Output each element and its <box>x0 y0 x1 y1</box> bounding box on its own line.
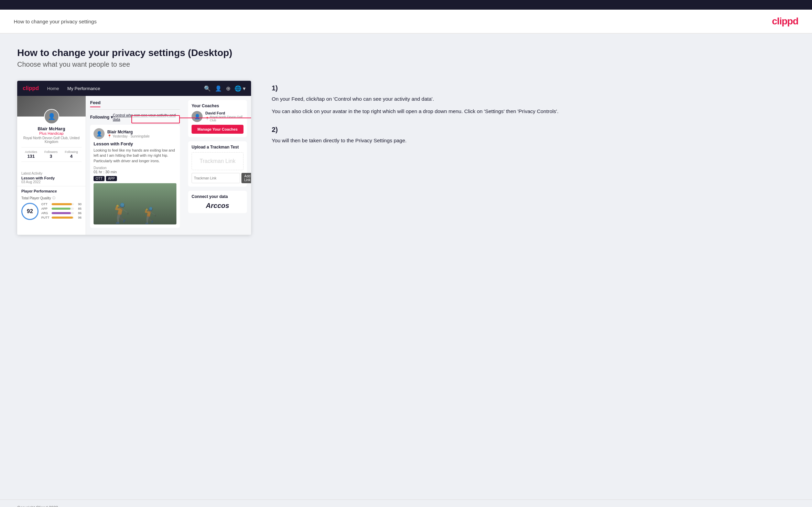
feed-tabs: Feed <box>90 100 180 110</box>
coach-avatar: 👤 <box>192 111 203 122</box>
app-body: 👤 Blair McHarg Plus Handicap Royal North… <box>17 96 251 235</box>
trackman-placeholder: Trackman Link <box>192 152 243 170</box>
header: How to change your privacy settings clip… <box>0 10 812 34</box>
connect-title: Connect your data <box>192 194 243 199</box>
person-icon[interactable]: 👤 <box>215 85 222 92</box>
profile-avatar: 👤 <box>44 109 59 124</box>
activity-card: 👤 Blair McHarg 📍 Yesterday · Sunningdale… <box>90 125 180 228</box>
header-title: How to change your privacy settings <box>14 19 97 24</box>
activity-user-avatar: 👤 <box>94 128 105 139</box>
profile-cover: 👤 <box>17 96 86 117</box>
activity-user-info: Blair McHarg 📍 Yesterday · Sunningdale <box>107 130 150 138</box>
coach-club: 📍 Royal North Devon Golf Club <box>205 115 243 122</box>
settings-icon[interactable]: ⊕ <box>226 85 230 92</box>
instruction-1: 1) On your Feed, click/tap on 'Control w… <box>272 84 795 115</box>
page-subheading: Choose what you want people to see <box>17 60 795 68</box>
app-nav: clippd Home My Performance 🔍 👤 ⊕ 🌐 ▾ <box>17 81 251 96</box>
instructions-panel: 1) On your Feed, click/tap on 'Control w… <box>265 81 795 155</box>
instruction-1-number: 1) <box>272 84 795 92</box>
tpq-bars: OTT 90 APP 85 ARG <box>41 202 82 220</box>
info-icon: ⓘ <box>52 196 55 200</box>
following-button[interactable]: Following ▾ <box>90 115 113 120</box>
profile-stats: Activities 131 Followers 3 Following 4 <box>21 147 82 162</box>
activity-meta: 📍 Yesterday · Sunningdale <box>107 134 150 138</box>
instruction-2-text: You will then be taken directly to the P… <box>272 136 795 145</box>
bar-arg: ARG 86 <box>41 211 82 215</box>
feed-tab[interactable]: Feed <box>90 100 100 107</box>
trackman-title: Upload a Trackman Test <box>192 145 243 150</box>
coach-item: 👤 David Ford 📍 Royal North Devon Golf Cl… <box>192 111 243 122</box>
activity-title: Lesson with Fordy <box>94 141 176 146</box>
feed-area: Feed Following ▾ Control who can see you… <box>86 96 184 235</box>
right-sidebar: Your Coaches 👤 David Ford 📍 Royal North … <box>184 96 251 235</box>
nav-link-performance[interactable]: My Performance <box>67 86 100 91</box>
coach-info: David Ford 📍 Royal North Devon Golf Club <box>205 111 243 122</box>
bar-putt: PUTT 96 <box>41 216 82 219</box>
arccos-logo: Arccos <box>192 202 243 210</box>
clippd-logo: clippd <box>772 16 798 27</box>
activity-header: 👤 Blair McHarg 📍 Yesterday · Sunningdale <box>94 128 176 139</box>
profile-info: Blair McHarg Plus Handicap Royal North D… <box>17 117 86 169</box>
control-privacy-link[interactable]: Control who can see your activity and da… <box>113 113 180 121</box>
instruction-1-extra: You can also click on your avatar in the… <box>272 107 795 115</box>
instruction-2: 2) You will then be taken directly to th… <box>272 126 795 145</box>
manage-coaches-button[interactable]: Manage Your Coaches <box>192 125 243 134</box>
trackman-input[interactable] <box>192 173 240 183</box>
profile-handicap: Plus Handicap <box>21 131 82 135</box>
instruction-2-number: 2) <box>272 126 795 134</box>
profile-sidebar: 👤 Blair McHarg Plus Handicap Royal North… <box>17 96 86 235</box>
coaches-card: Your Coaches 👤 David Ford 📍 Royal North … <box>188 100 247 137</box>
bar-app: APP 85 <box>41 207 82 210</box>
main-content: How to change your privacy settings (Des… <box>0 34 812 499</box>
activity-description: Looking to feel like my hands are exitin… <box>94 148 176 164</box>
stat-following: Following 4 <box>65 150 78 159</box>
avatar-icon[interactable]: 🌐 ▾ <box>235 85 246 92</box>
activity-tags: OTT APP <box>94 176 176 181</box>
profile-club: Royal North Devon Golf Club, United King… <box>21 136 82 144</box>
bar-ott: OTT 90 <box>41 202 82 206</box>
trackman-input-row: Add Link <box>192 173 243 183</box>
activity-duration: Duration 01 hr : 30 min <box>94 166 176 174</box>
activity-image: 🏌️ 🏌️ <box>94 183 176 224</box>
page-heading: How to change your privacy settings (Des… <box>17 47 795 58</box>
tpq-circle: 92 <box>21 203 39 220</box>
player-performance: Player Performance Total Player Quality … <box>17 186 86 223</box>
profile-name: Blair McHarg <box>21 126 82 131</box>
trackman-card: Upload a Trackman Test Trackman Link Add… <box>188 141 247 187</box>
tpq-label: Total Player Quality ⓘ <box>21 196 82 200</box>
following-bar: Following ▾ Control who can see your act… <box>90 113 180 121</box>
latest-activity: Latest Activity Lesson with Fordy 03 Aug… <box>17 169 86 186</box>
app-nav-icons: 🔍 👤 ⊕ 🌐 ▾ <box>204 85 246 92</box>
app-nav-logo: clippd <box>23 85 39 91</box>
footer: Copyright Clippd 2022 <box>0 499 812 507</box>
golfer-silhouette-2: 🏌️ <box>141 206 160 224</box>
content-row: clippd Home My Performance 🔍 👤 ⊕ 🌐 ▾ 👤 <box>17 81 795 235</box>
location-icon: 📍 <box>205 117 209 120</box>
top-bar <box>0 0 812 10</box>
search-icon[interactable]: 🔍 <box>204 85 211 92</box>
connect-card: Connect your data Arccos <box>188 191 247 213</box>
tpq-row: 92 OTT 90 APP 85 <box>21 202 82 220</box>
app-screenshot: clippd Home My Performance 🔍 👤 ⊕ 🌐 ▾ 👤 <box>17 81 251 235</box>
stat-followers: Followers 3 <box>44 150 58 159</box>
copyright-text: Copyright Clippd 2022 <box>17 505 58 507</box>
tag-app: APP <box>106 176 117 181</box>
instruction-1-text: On your Feed, click/tap on 'Control who … <box>272 95 795 103</box>
tag-ott: OTT <box>94 176 105 181</box>
nav-link-home[interactable]: Home <box>47 86 59 91</box>
add-link-button[interactable]: Add Link <box>241 173 251 183</box>
activity-user-name: Blair McHarg <box>107 130 150 134</box>
coaches-title: Your Coaches <box>192 103 243 108</box>
location-icon: 📍 <box>107 134 111 138</box>
stat-activities: Activities 131 <box>25 150 37 159</box>
coach-name: David Ford <box>205 111 243 115</box>
golfer-silhouette: 🏌️ <box>110 202 134 224</box>
